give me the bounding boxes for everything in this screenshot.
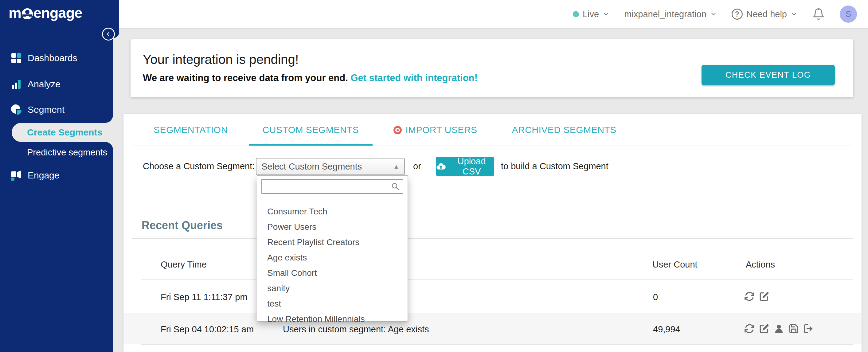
sidebar-item-label: Create Segments <box>27 127 102 138</box>
chooser-suffix: to build a Custom Segment <box>501 161 609 171</box>
sidebar-item-analyze[interactable]: Analyze <box>10 75 61 93</box>
check-event-log-button[interactable]: CHECK EVENT LOG <box>702 65 835 85</box>
logo-person-icon <box>22 8 33 19</box>
edit-icon[interactable] <box>759 323 769 334</box>
chevron-down-icon <box>602 11 609 18</box>
custom-segment-select[interactable]: Select Custom Segments ▲ <box>256 158 405 175</box>
table-header-divider <box>141 280 853 280</box>
edit-icon[interactable] <box>759 291 769 301</box>
banner-message-text: We are waiting to receive data from your… <box>143 72 348 83</box>
segment-pie-icon <box>10 104 22 116</box>
refresh-icon[interactable] <box>744 323 755 334</box>
sidebar-item-label: Predictive segments <box>27 148 107 157</box>
dropdown-arrow-icon: ▲ <box>393 163 399 170</box>
get-started-link[interactable]: Get started with integration! <box>350 72 477 83</box>
dropdown-option[interactable]: test <box>257 296 408 312</box>
custom-segment-dropdown: Consumer Tech Power Users Recent Playlis… <box>257 175 408 322</box>
logo-text-suffix: engage <box>33 4 82 21</box>
dropdown-option[interactable]: Low Retention Millennials <box>257 312 408 327</box>
dropdown-option[interactable]: Small Cohort <box>257 265 408 281</box>
logo-text-prefix: m <box>9 4 21 21</box>
moengage-logo: m engage <box>9 4 82 21</box>
upload-csv-button[interactable]: Upload CSV <box>436 157 494 176</box>
table-row-query-time: Fri Sep 11 1:11:37 pm <box>161 292 248 302</box>
recent-queries-divider <box>132 238 853 239</box>
banner-title: Your integration is pending! <box>143 52 299 67</box>
dropdown-option[interactable]: sanity <box>257 281 408 296</box>
sidebar-item-predictive-segments[interactable]: Predictive segments <box>27 148 107 158</box>
column-header-query-time: Query Time <box>161 260 207 270</box>
dashboards-grid-icon <box>10 52 22 64</box>
column-header-actions: Actions <box>746 260 775 270</box>
cloud-upload-icon <box>436 161 446 172</box>
chevron-down-icon <box>790 11 797 18</box>
table-row-user-count: 49,994 <box>653 324 680 334</box>
export-icon[interactable] <box>803 323 814 334</box>
collapse-icon <box>105 31 112 37</box>
sidebar-item-engage[interactable]: Engage <box>10 166 59 184</box>
integration-banner: Your integration is pending! We are wait… <box>130 39 853 97</box>
analyze-bars-icon <box>10 78 22 90</box>
banner-message: We are waiting to receive data from your… <box>143 72 477 84</box>
chooser-label: Choose a Custom Segment: <box>143 161 255 171</box>
sidebar-item-create-segments[interactable]: Create Segments <box>12 123 113 142</box>
avatar-initial: S <box>845 9 851 19</box>
dropdown-option[interactable]: Power Users <box>257 219 408 235</box>
tab-label: IMPORT USERS <box>405 125 477 135</box>
moengage-app: Live mixpanel_integration ? Need help S … <box>0 0 868 352</box>
help-icon: ? <box>732 9 743 20</box>
pill-corner-top <box>105 115 113 123</box>
sidebar-item-label: Segment <box>28 104 64 115</box>
import-dot-icon <box>394 126 402 134</box>
table-row-actions <box>744 291 769 301</box>
tab-archived-segments[interactable]: ARCHIVED SEGMENTS <box>498 114 630 146</box>
tab-custom-segments[interactable]: CUSTOM SEGMENTS <box>249 114 373 146</box>
tab-label: SEGMENTATION <box>154 125 228 135</box>
sidebar-item-segment[interactable]: Segment <box>10 101 64 119</box>
select-value: Select Custom Segments <box>261 162 393 172</box>
sidebar-item-label: Engage <box>28 170 59 181</box>
sidebar: m engage Dashboards Analyze <box>0 0 113 352</box>
tab-label: ARCHIVED SEGMENTS <box>512 125 616 135</box>
environment-selector[interactable]: Live <box>573 9 609 19</box>
segments-panel: SEGMENTATION CUSTOM SEGMENTS IMPORT USER… <box>123 114 862 352</box>
tab-segmentation[interactable]: SEGMENTATION <box>140 114 242 146</box>
bell-icon[interactable] <box>812 8 825 21</box>
search-input[interactable] <box>261 179 403 194</box>
sidebar-item-label: Dashboards <box>28 53 78 63</box>
tab-import-users[interactable]: IMPORT USERS <box>380 114 491 146</box>
help-menu[interactable]: ? Need help <box>732 9 797 20</box>
table-row-actions <box>744 323 814 334</box>
table-row-query-time: Fri Sep 04 10:02:15 am <box>161 324 254 334</box>
save-icon[interactable] <box>788 323 799 334</box>
segment-tabs: SEGMENTATION CUSTOM SEGMENTS IMPORT USER… <box>140 114 630 146</box>
avatar[interactable]: S <box>840 5 857 23</box>
search-icon <box>391 182 400 191</box>
engage-megaphone-icon <box>10 169 22 181</box>
project-selector[interactable]: mixpanel_integration <box>624 9 717 19</box>
sidebar-item-dashboards[interactable]: Dashboards <box>10 49 78 67</box>
chevron-down-icon <box>710 11 717 18</box>
dropdown-option[interactable]: Age exists <box>257 250 408 265</box>
user-icon[interactable] <box>774 323 784 334</box>
sidebar-item-label: Analyze <box>28 79 61 89</box>
or-label: or <box>413 161 421 171</box>
tab-label: CUSTOM SEGMENTS <box>262 125 359 135</box>
environment-label: Live <box>583 9 599 19</box>
row-divider <box>141 344 853 345</box>
live-status-dot <box>573 11 579 17</box>
recent-queries-title: Recent Queries <box>142 219 223 232</box>
table-row-user-count: 0 <box>653 292 658 302</box>
upload-csv-label: Upload CSV <box>449 156 494 177</box>
topbar: Live mixpanel_integration ? Need help S <box>113 0 868 29</box>
dropdown-search <box>261 179 403 194</box>
project-name: mixpanel_integration <box>624 9 707 19</box>
tabs-divider <box>132 146 853 146</box>
refresh-icon[interactable] <box>744 291 755 301</box>
dropdown-options: Consumer Tech Power Users Recent Playlis… <box>257 204 408 327</box>
dropdown-option[interactable]: Consumer Tech <box>257 204 408 219</box>
column-header-user-count: User Count <box>652 260 698 270</box>
dropdown-option[interactable]: Recent Playlist Creators <box>257 235 408 250</box>
sidebar-collapse-button[interactable] <box>102 28 115 40</box>
help-label: Need help <box>746 9 787 19</box>
